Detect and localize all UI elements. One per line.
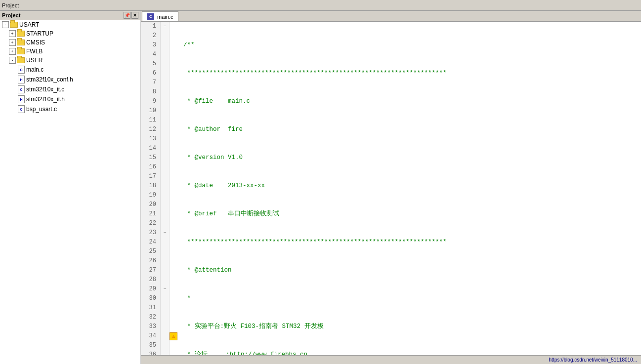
warn-29 [170, 284, 179, 294]
code-line-2: ****************************************… [183, 69, 641, 78]
tree-item-it-h[interactable]: H stm32f10x_it.h [0, 94, 140, 104]
label-fwlb: FWLB [26, 48, 43, 55]
warn-3 [170, 40, 179, 50]
fold-23[interactable]: − [161, 228, 169, 238]
fold-11 [161, 116, 169, 125]
fold-5 [161, 59, 169, 69]
code-line-6: * @date 2013-xx-xx [183, 181, 641, 191]
tree-item-fwlb[interactable]: + FWLB [0, 47, 140, 56]
tree-item-usart[interactable]: - USART [0, 20, 140, 29]
fold-9 [161, 97, 169, 106]
warn-28 [170, 275, 179, 284]
code-text[interactable]: /** ************************************… [179, 22, 641, 355]
warn-21 [170, 209, 179, 219]
sidebar-title: Project [2, 12, 20, 18]
tab-main-c[interactable]: C main.c [142, 11, 178, 21]
file-icon-conf-h: H [18, 76, 25, 83]
warn-23 [170, 228, 179, 238]
tab-label: main.c [157, 14, 173, 20]
tree-item-main-c[interactable]: C main.c [0, 65, 140, 75]
app-title: Project [2, 2, 19, 8]
toggle-usart[interactable]: - [2, 21, 9, 28]
warn-34: ⚠ [170, 331, 179, 341]
warn-19 [170, 191, 179, 200]
label-user: USER [26, 57, 43, 64]
warn-25 [170, 247, 179, 256]
tree-item-cmsis[interactable]: + CMSIS [0, 38, 140, 47]
fold-15 [161, 153, 169, 162]
folder-icon-usart [10, 22, 18, 28]
top-bar: Project [0, 0, 641, 11]
warn-14 [170, 144, 179, 153]
warn-13 [170, 134, 179, 144]
line-10-content: * [183, 294, 191, 303]
fold-25 [161, 247, 169, 256]
warn-24 [170, 238, 179, 247]
folder-icon-startup [17, 31, 25, 37]
warn-15 [170, 153, 179, 162]
code-line-4: * @author fire [183, 125, 641, 134]
warn-8 [170, 87, 179, 97]
code-line-7: * @brief 串口中断接收测试 [183, 209, 641, 219]
fold-20 [161, 200, 169, 209]
line-numbers: 12345 678910 1112131415 1617181920 21222… [141, 22, 161, 355]
tab-file-icon: C [147, 13, 154, 20]
bottom-bar: https://blog.csdn.net/weixin_51118010... [141, 355, 641, 364]
toggle-fwlb[interactable]: + [9, 48, 16, 55]
line-3-content: * @file main.c [183, 97, 250, 106]
fold-34 [161, 331, 169, 341]
warn-27 [170, 266, 179, 275]
fold-2 [161, 31, 169, 40]
code-line-9: * @attention [183, 266, 641, 275]
line-7-content: * @brief 串口中断接收测试 [183, 209, 279, 219]
warn-10 [170, 106, 179, 116]
tree-item-it-c[interactable]: C stm32f10x_it.c [0, 84, 140, 94]
fold-4 [161, 50, 169, 59]
fold-1[interactable]: − [161, 22, 169, 31]
toggle-user[interactable]: - [9, 57, 16, 64]
tree-item-startup[interactable]: + STARTUP [0, 29, 140, 38]
folder-icon-fwlb [17, 48, 25, 54]
fold-18 [161, 181, 169, 191]
code-line-8: ****************************************… [183, 238, 641, 247]
warn-32 [170, 313, 179, 322]
fold-26 [161, 256, 169, 266]
fold-32 [161, 313, 169, 322]
sidebar-close-btn[interactable]: ✕ [131, 12, 138, 19]
sidebar-header: Project 📌 ✕ [0, 11, 140, 20]
label-it-c: stm32f10x_it.c [26, 86, 64, 93]
tree-item-user[interactable]: - USER [0, 56, 140, 65]
fold-33 [161, 322, 169, 331]
toggle-startup[interactable]: + [9, 30, 16, 37]
toggle-cmsis[interactable]: + [9, 39, 16, 46]
fold-31 [161, 303, 169, 313]
line-1-content: /** [183, 40, 195, 50]
warn-31 [170, 303, 179, 313]
code-line-12: * 论坛 :http://www.firebbs.cn [183, 350, 641, 355]
fold-7 [161, 78, 169, 87]
code-with-gutter: − [161, 22, 641, 355]
sidebar-pin-btn[interactable]: 📌 [124, 12, 130, 19]
warn-22 [170, 219, 179, 228]
fold-8 [161, 87, 169, 97]
tree-item-bsp-c[interactable]: C bsp_usart.c [0, 104, 140, 114]
code-line-3: * @file main.c [183, 97, 641, 106]
fold-29[interactable]: − [161, 284, 169, 294]
fold-3 [161, 40, 169, 50]
fold-16 [161, 162, 169, 172]
tree-item-conf-h[interactable]: H stm32f10x_conf.h [0, 75, 140, 84]
code-lines-container: − [161, 22, 641, 355]
fold-10 [161, 106, 169, 116]
code-editor[interactable]: 12345 678910 1112131415 1617181920 21222… [141, 22, 641, 355]
code-line-11: * 实验平台:野火 F103-指南者 STM32 开发板 [183, 322, 641, 331]
warn-1 [170, 22, 179, 31]
label-cmsis: CMSIS [26, 39, 45, 46]
fold-24 [161, 238, 169, 247]
warn-4 [170, 50, 179, 59]
warn-36 [170, 350, 179, 355]
fold-12 [161, 125, 169, 134]
line-5-content: * @version V1.0 [183, 153, 243, 162]
fold-21 [161, 209, 169, 219]
label-it-h: stm32f10x_it.h [26, 96, 65, 103]
label-main-c: main.c [26, 66, 43, 73]
